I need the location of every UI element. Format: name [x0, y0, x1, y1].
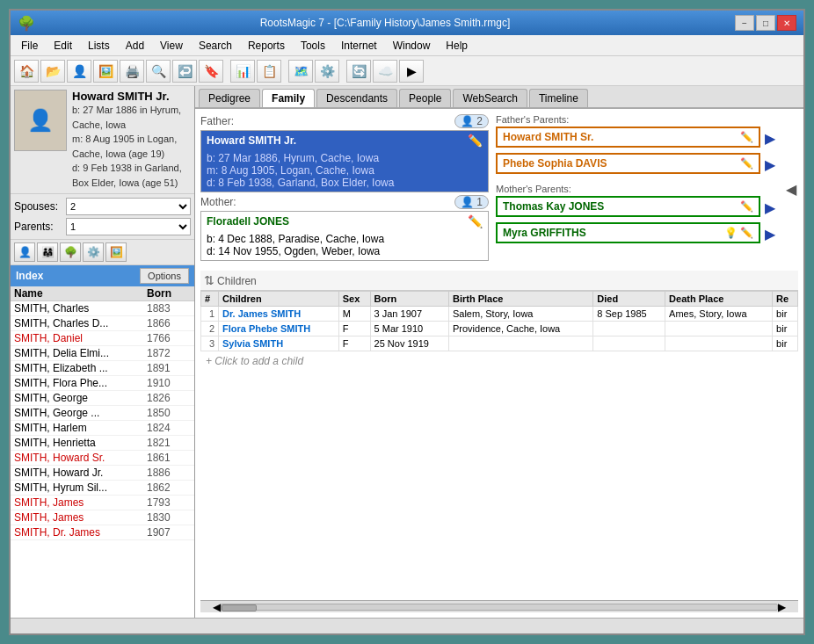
toolbar-sync[interactable]: 🔄: [346, 60, 371, 83]
menu-edit[interactable]: Edit: [47, 38, 79, 54]
options-button[interactable]: Options: [140, 268, 189, 284]
sidebar: 👤 Howard SMITH Jr. b: 27 Mar 1886 in Hyr…: [11, 86, 195, 618]
mp2-edit-icon[interactable]: ✏️: [740, 227, 753, 239]
child-name[interactable]: Sylvia SMITH: [219, 336, 339, 351]
tab-descendants[interactable]: Descendants: [316, 89, 397, 107]
status-text: [16, 620, 18, 633]
maximize-button[interactable]: □: [756, 15, 775, 31]
menu-lists[interactable]: Lists: [81, 38, 117, 54]
left-nav-panel[interactable]: ◀: [784, 114, 798, 264]
spouses-select[interactable]: 2: [66, 198, 191, 215]
toolbar-settings[interactable]: ⚙️: [315, 60, 339, 83]
parents-select[interactable]: 1: [66, 218, 191, 235]
index-row[interactable]: SMITH, George ...1850: [11, 406, 194, 421]
child-name[interactable]: Dr. James SMITH: [219, 307, 339, 322]
toolbar-more[interactable]: ▶: [399, 60, 424, 83]
mother-badge-icon: 👤: [461, 196, 474, 208]
close-button[interactable]: ✕: [777, 15, 796, 31]
children-table[interactable]: # Children Sex Born Birth Place Died Dea…: [200, 291, 798, 600]
father-parent-1-arrow[interactable]: ▶: [763, 130, 777, 147]
index-row[interactable]: SMITH, James1793: [11, 496, 194, 510]
scroll-right-btn[interactable]: ▶: [778, 601, 786, 613]
index-row[interactable]: SMITH, Dr. James1907: [11, 525, 194, 540]
sidebar-person-icon[interactable]: 👤: [14, 242, 35, 262]
mp1-edit-icon[interactable]: ✏️: [740, 200, 753, 213]
index-row[interactable]: SMITH, Howard Jr.1886: [11, 466, 194, 481]
row-name: SMITH, Howard Jr.: [14, 467, 147, 479]
fp2-edit-icon[interactable]: ✏️: [740, 157, 753, 170]
toolbar-report[interactable]: 📊: [230, 60, 255, 83]
father-parent-2-arrow[interactable]: ▶: [763, 156, 777, 173]
menu-file[interactable]: File: [14, 38, 45, 54]
mother-parent-1-arrow[interactable]: ▶: [763, 199, 777, 216]
toolbar-cloud[interactable]: ☁️: [373, 60, 397, 83]
minimize-button[interactable]: −: [735, 15, 754, 31]
mother-parent-2-box[interactable]: Myra GRIFFITHS 💡 ✏️: [496, 222, 760, 243]
toolbar-undo[interactable]: ↩️: [172, 60, 197, 83]
child-name[interactable]: Flora Phebe SMITH: [219, 322, 339, 336]
row-name: SMITH, Charles D...: [14, 317, 147, 329]
menu-tools[interactable]: Tools: [294, 38, 332, 54]
sort-icon[interactable]: ⇅: [204, 273, 214, 287]
mother-box[interactable]: Floradell JONES ✏️ b: 4 Dec 1888, Paradi…: [200, 211, 489, 261]
toolbar-bookmark[interactable]: 🔖: [199, 60, 223, 83]
index-row[interactable]: SMITH, Elizabeth ...1891: [11, 361, 194, 376]
toolbar-list[interactable]: 📋: [257, 60, 281, 83]
tab-pedigree[interactable]: Pedigree: [199, 89, 260, 107]
menu-internet[interactable]: Internet: [334, 38, 384, 54]
tab-websearch[interactable]: WebSearch: [453, 89, 527, 107]
mother-parent-2-arrow[interactable]: ▶: [763, 226, 777, 242]
index-row[interactable]: SMITH, Harlem1824: [11, 421, 194, 436]
fp1-edit-icon[interactable]: ✏️: [740, 131, 753, 143]
menu-window[interactable]: Window: [386, 38, 438, 54]
index-row[interactable]: SMITH, James1830: [11, 510, 194, 525]
toolbar-new-person[interactable]: 👤: [67, 60, 91, 83]
table-row[interactable]: 3 Sylvia SMITH F 25 Nov 1919 bir: [201, 336, 798, 351]
sidebar-family-icon[interactable]: 👨‍👩‍👧: [37, 242, 58, 262]
menu-view[interactable]: View: [153, 38, 190, 54]
menu-add[interactable]: Add: [119, 38, 151, 54]
tab-family[interactable]: Family: [262, 89, 315, 107]
table-row[interactable]: 2 Flora Phebe SMITH F 5 Mar 1910 Provide…: [201, 322, 798, 336]
sidebar-settings-icon[interactable]: ⚙️: [83, 242, 104, 262]
index-list[interactable]: SMITH, Charles1883SMITH, Charles D...186…: [11, 301, 194, 618]
right-panel: Pedigree Family Descendants People WebSe…: [195, 86, 803, 618]
toolbar-home[interactable]: 🏠: [14, 60, 39, 83]
index-row[interactable]: SMITH, Henrietta1821: [11, 436, 194, 451]
father-parent-1-box[interactable]: Howard SMITH Sr. ✏️: [496, 127, 760, 148]
menu-reports[interactable]: Reports: [241, 38, 292, 54]
menu-search[interactable]: Search: [192, 38, 239, 54]
index-row[interactable]: SMITH, Flora Phe...1910: [11, 376, 194, 391]
tab-people[interactable]: People: [399, 89, 451, 107]
index-row[interactable]: SMITH, George1826: [11, 391, 194, 406]
father-box[interactable]: Howard SMITH Jr. ✏️ b: 27 Mar 1886, Hyru…: [200, 130, 489, 192]
toolbar-open[interactable]: 📂: [40, 60, 65, 83]
index-row[interactable]: SMITH, Hyrum Sil...1862: [11, 481, 194, 496]
index-row[interactable]: SMITH, Delia Elmi...1872: [11, 346, 194, 361]
tab-timeline[interactable]: Timeline: [529, 89, 588, 107]
sidebar-photo-icon[interactable]: 🖼️: [105, 242, 127, 262]
mother-parent-1-box[interactable]: Thomas Kay JONES ✏️: [496, 196, 760, 217]
father-parent-2-box[interactable]: Phebe Sophia DAVIS ✏️: [496, 153, 760, 174]
table-row[interactable]: 1 Dr. James SMITH M 3 Jan 1907 Salem, St…: [201, 307, 798, 322]
row-born: 1766: [147, 332, 191, 344]
status-bar: [11, 618, 803, 633]
toolbar-map[interactable]: 🗺️: [288, 60, 313, 83]
toolbar-print[interactable]: 🖨️: [120, 60, 144, 83]
add-child-row[interactable]: + Click to add a child: [200, 351, 798, 371]
scroll-thumb[interactable]: [222, 604, 257, 611]
horizontal-scrollbar[interactable]: ◀ ▶: [200, 600, 798, 612]
father-edit-icon[interactable]: ✏️: [468, 134, 483, 148]
index-row[interactable]: SMITH, Charles D...1866: [11, 316, 194, 331]
index-row[interactable]: SMITH, Daniel1766: [11, 331, 194, 346]
mother-edit-icon[interactable]: ✏️: [468, 214, 483, 228]
menu-help[interactable]: Help: [439, 38, 475, 54]
scroll-left-btn[interactable]: ◀: [213, 601, 221, 613]
index-row[interactable]: SMITH, Howard Sr.1861: [11, 451, 194, 466]
left-nav-arrow[interactable]: ◀: [786, 181, 796, 198]
sidebar-tree-icon[interactable]: 🌳: [60, 242, 81, 262]
scroll-track[interactable]: [221, 604, 778, 611]
index-row[interactable]: SMITH, Charles1883: [11, 301, 194, 316]
toolbar-photo[interactable]: 🖼️: [93, 60, 118, 83]
toolbar-search[interactable]: 🔍: [146, 60, 171, 83]
